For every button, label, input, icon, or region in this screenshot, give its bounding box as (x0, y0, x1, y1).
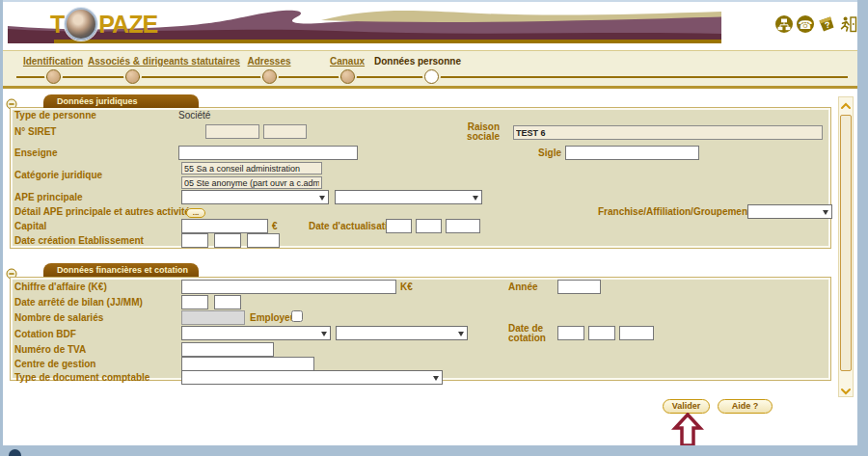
date-cotation-label: Date de cotation (508, 324, 546, 343)
step-circle-donnees-personne (424, 69, 439, 84)
categorie-juridique-input-1 (181, 162, 322, 174)
type-doc-comptable-label: Type de document comptable (14, 372, 149, 383)
date-cotation-month[interactable] (588, 326, 615, 340)
phone-icon[interactable]: ☎ (796, 14, 815, 34)
categorie-juridique-input-2 (181, 176, 322, 189)
capital-unit: € (272, 221, 278, 231)
nav-step-identification[interactable]: Identification (23, 56, 83, 67)
help-book-icon[interactable]: ? (817, 14, 836, 34)
window-frame-right (857, 0, 868, 456)
logo-photo-icon (65, 8, 97, 40)
siret-label: N° SIRET (14, 126, 56, 137)
logo-letters-paze: PAZE (98, 11, 157, 39)
siret-input-1 (205, 124, 259, 139)
nav-step-associes[interactable]: Associés & dirigeants statutaires (88, 56, 240, 67)
chevron-down-icon (458, 332, 464, 336)
date-bilan-day[interactable] (181, 295, 208, 309)
nav-step-donnees-personne: Données personne (374, 56, 461, 67)
header-toolbar: ☎ ? (774, 14, 857, 34)
numero-tva-label: Numéro de TVA (14, 344, 86, 355)
date-cotation-year[interactable] (619, 326, 654, 340)
type-doc-comptable-select[interactable] (181, 370, 443, 385)
step-circle-adresses[interactable] (262, 69, 277, 84)
window-frame-top (0, 0, 868, 2)
logo-letter-t: T (50, 11, 64, 39)
date-actualisation-year[interactable] (446, 219, 480, 233)
date-creation-day[interactable] (181, 233, 208, 248)
chevron-down-icon (473, 196, 478, 201)
nombre-salaries-input (181, 310, 245, 325)
window-frame-bottom (0, 445, 868, 456)
centre-gestion-label: Centre de gestion (14, 359, 95, 369)
chiffre-affaire-unit: K€ (400, 282, 413, 292)
date-actualisation-month[interactable] (416, 219, 442, 233)
valider-button[interactable]: Valider (663, 399, 710, 414)
sigle-label: Sigle (521, 148, 561, 158)
numero-tva-input[interactable] (181, 342, 274, 357)
detail-ape-dots-button[interactable]: ... (186, 208, 205, 218)
raison-sociale-input (513, 125, 823, 140)
vertical-scrollbar[interactable] (838, 96, 854, 397)
topaze-logo: T PAZE (50, 8, 157, 40)
chiffre-affaire-label: Chiffre d'affaire (K€) (14, 282, 107, 292)
window-frame-left (0, 0, 3, 456)
tab-donnees-juridiques[interactable]: Données juridiques (43, 94, 199, 108)
date-actualisation-day[interactable] (386, 219, 412, 233)
date-creation-label: Date création Etablissement (14, 235, 144, 246)
section-title: Données juridiques (43, 94, 199, 108)
svg-text:☎: ☎ (799, 18, 813, 32)
ape-secondaire-select[interactable] (335, 190, 482, 204)
tab-donnees-financieres[interactable]: Données financières et cotation (43, 263, 199, 277)
step-nav: Identification Associés & dirigeants sta… (3, 50, 857, 89)
logout-icon[interactable] (838, 14, 857, 34)
date-cotation-day[interactable] (557, 326, 584, 340)
chevron-down-icon (433, 376, 439, 381)
type-personne-value: Société (178, 110, 210, 121)
aide-button[interactable]: Aide ? (718, 399, 773, 414)
chevron-down-icon (319, 196, 325, 201)
scroll-down-icon[interactable] (839, 384, 853, 395)
chevron-down-icon (823, 210, 828, 215)
step-circle-associes[interactable] (125, 69, 140, 84)
date-creation-month[interactable] (214, 233, 241, 248)
type-personne-label: Type de personne (14, 110, 96, 121)
date-creation-year[interactable] (247, 233, 280, 248)
capital-input[interactable] (181, 219, 268, 233)
employeur-checkbox[interactable] (291, 310, 303, 322)
chiffre-affaire-input[interactable] (181, 280, 396, 294)
date-bilan-month[interactable] (214, 295, 241, 309)
franchise-label: Franchise/Affiliation/Groupement (598, 206, 750, 217)
capital-label: Capital (14, 221, 46, 231)
annee-input[interactable] (557, 280, 601, 294)
centre-gestion-input[interactable] (181, 357, 314, 371)
cotation-bdf-select-1[interactable] (181, 326, 331, 340)
nombre-salaries-label: Nombre de salariés (14, 312, 103, 323)
siret-input-2 (263, 124, 307, 139)
cotation-bdf-select-2[interactable] (336, 326, 468, 340)
date-bilan-label: Date arrêté de bilan (JJ/MM) (14, 297, 143, 308)
detail-ape-label: Détail APE principale et autres activité… (14, 206, 195, 217)
scroll-up-icon[interactable] (839, 98, 853, 110)
cotation-bdf-label: Cotation BDF (14, 329, 76, 339)
annee-label: Année (508, 282, 538, 292)
ape-principale-select[interactable] (181, 190, 329, 204)
ape-principale-label: APE principale (14, 192, 83, 202)
franchise-select[interactable] (747, 204, 832, 219)
taskbar-fragment-icon (9, 449, 21, 456)
org-chart-icon[interactable] (774, 14, 794, 34)
enseigne-label: Enseigne (14, 148, 57, 158)
step-circle-canaux[interactable] (340, 69, 355, 84)
enseigne-input[interactable] (178, 146, 358, 160)
nav-step-canaux[interactable]: Canaux (330, 56, 365, 67)
step-circle-identification[interactable] (46, 69, 61, 84)
section-title: Données financières et cotation (43, 263, 199, 277)
categorie-juridique-label: Catégorie juridique (14, 170, 102, 180)
chevron-down-icon (321, 332, 327, 336)
sigle-input[interactable] (565, 146, 699, 160)
raison-sociale-label: Raison sociale (455, 122, 500, 142)
nav-step-adresses[interactable]: Adresses (247, 56, 290, 67)
scrollbar-thumb[interactable] (840, 115, 852, 371)
